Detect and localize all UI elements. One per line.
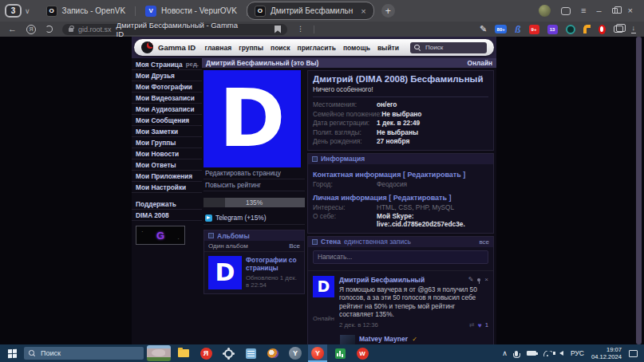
red-oval-extension-icon[interactable]	[599, 25, 606, 34]
taskbar-search-box[interactable]	[24, 347, 144, 360]
post-author-link[interactable]: Дмитрий Бесфамильный	[339, 276, 425, 284]
album-thumbnail[interactable]: D	[208, 256, 242, 289]
back-icon[interactable]: ←	[8, 25, 17, 33]
post-like-icon[interactable]: ♥	[478, 321, 482, 329]
tab-counter-button[interactable]: 3	[5, 4, 22, 18]
sidebar-item-groups[interactable]: Мои Группы	[132, 137, 202, 148]
sidebar-item-photos[interactable]: Мои Фотографии	[132, 81, 202, 92]
sidebar-item-apps[interactable]: Мои Приложения	[132, 171, 202, 182]
microphone-icon[interactable]	[515, 351, 518, 356]
close-window-icon[interactable]: ×	[628, 6, 633, 15]
contact-edit-link[interactable]: [ Редактировать ]	[403, 171, 465, 179]
language-indicator[interactable]: РУС	[571, 349, 584, 357]
minimize-icon[interactable]: –	[596, 6, 601, 15]
post-pin-icon[interactable]	[477, 278, 480, 281]
pen-extension-icon[interactable]: ✎	[480, 24, 487, 34]
address-bar[interactable]: gid.root.sx Дмитрий Бесфамильный - Gamma…	[62, 24, 287, 35]
page-scrollbar[interactable]	[636, 37, 642, 344]
nav-help[interactable]: помощь	[343, 44, 370, 52]
site-search-box[interactable]	[410, 42, 487, 53]
tab-close-icon[interactable]: ×	[361, 6, 365, 16]
new-tab-button[interactable]: +	[381, 4, 395, 18]
restore-window-icon[interactable]	[612, 8, 618, 14]
site-search-input[interactable]	[424, 43, 481, 52]
nav-logout[interactable]: выйти	[377, 44, 399, 52]
file-explorer-button[interactable]	[174, 344, 193, 362]
sidebar-item-settings[interactable]: Мои Настройки	[132, 182, 202, 193]
chat-icon[interactable]	[561, 7, 571, 15]
sidebar-item-support[interactable]: Поддержать	[132, 199, 202, 210]
yandex-services-icon[interactable]: Я	[26, 25, 36, 34]
browser-profile-avatar[interactable]	[539, 5, 551, 17]
post-date-link[interactable]: 2 дек. в 12:36	[339, 321, 378, 329]
sidebar-item-answers[interactable]: Мои Ответы	[132, 159, 202, 171]
beta-extension-icon[interactable]: ß	[515, 24, 520, 35]
post-author-avatar[interactable]: D	[313, 276, 334, 297]
profile-avatar[interactable]: D	[203, 70, 301, 167]
browser-button[interactable]: Y	[286, 344, 305, 362]
bookmark-icon[interactable]	[275, 26, 281, 33]
sidebar-edit-link[interactable]: ред.	[186, 61, 199, 68]
album-title-link[interactable]: Фотографии со страницы	[246, 256, 300, 273]
gamma-id-logo-icon[interactable]	[141, 41, 153, 53]
albums-title[interactable]: Альбомы	[217, 232, 250, 240]
nav-invite[interactable]: пригласить	[298, 44, 336, 52]
blue-badge-extension-icon[interactable]: 80+	[495, 25, 507, 33]
post-delete-icon[interactable]: ×	[484, 276, 488, 283]
wall-all-link[interactable]: все	[479, 238, 489, 246]
nav-groups[interactable]: группы	[239, 44, 263, 52]
sidebar-item-messages[interactable]: Мои Сообщения	[132, 115, 202, 126]
wifi-icon[interactable]	[543, 351, 552, 356]
tab-vepurovk[interactable]: V Новости - VepurOVK	[136, 0, 247, 22]
telegram-bonus-link[interactable]: Telegram (+15%)	[203, 213, 305, 225]
refresh-icon[interactable]	[45, 26, 53, 33]
chevron-down-icon[interactable]: ∨	[25, 7, 30, 15]
tray-expand-icon[interactable]: ∧	[502, 349, 508, 357]
information-title[interactable]: Информация	[321, 155, 365, 163]
albums-all-link[interactable]: Все	[289, 242, 300, 250]
edit-page-link[interactable]: Редактировать страницу	[203, 167, 305, 179]
post-edit-icon[interactable]: ✎	[468, 276, 474, 283]
tab-active-gamma-id[interactable]: O Дмитрий Бесфамильн ×	[247, 2, 373, 19]
paint-app-button[interactable]	[263, 344, 282, 362]
comment-author-avatar[interactable]	[340, 335, 355, 344]
yandex-app-button[interactable]: Я	[196, 344, 215, 362]
tab-openvk[interactable]: O Запись - OpenVK	[37, 0, 136, 22]
profile-status-text[interactable]: Ничего особенного!	[313, 85, 488, 93]
sidebar-item-news[interactable]: Мои Новости	[132, 148, 202, 159]
purple-badge-extension-icon[interactable]: 13	[547, 25, 558, 34]
notification-center-icon[interactable]	[629, 350, 638, 357]
sidebar-item-videos[interactable]: Мои Видеозаписи	[132, 92, 202, 104]
yandex-browser-active-button[interactable]: Y	[308, 344, 327, 362]
teal-extension-icon[interactable]	[566, 25, 575, 34]
sidebar-item-friends[interactable]: Мои Друзья	[132, 70, 202, 81]
album-item[interactable]: D Фотографии со страницы Обновлено 1 дек…	[204, 252, 304, 293]
post-repost-icon[interactable]: ⇄	[469, 321, 475, 329]
personal-edit-link[interactable]: [ Редактировать ]	[389, 194, 451, 202]
browser-menu-icon[interactable]: ≡	[581, 6, 586, 15]
collections-extension-icon[interactable]	[614, 26, 623, 33]
wall-title[interactable]: Стена	[321, 238, 341, 246]
taskbar-search-input[interactable]	[39, 348, 127, 358]
nav-home[interactable]: главная	[205, 44, 232, 52]
sidebar-item-my-page[interactable]: Моя Страница ред.	[132, 59, 202, 70]
site-brand[interactable]: Gamma ID	[158, 43, 196, 52]
sidebar-ad-banner[interactable]: G	[136, 226, 185, 245]
spreadsheet-app-button[interactable]	[330, 344, 350, 362]
start-button[interactable]	[3, 344, 21, 362]
downloads-icon[interactable]: ↓	[631, 25, 637, 33]
sidebar-item-notes[interactable]: Мои Заметки	[132, 126, 202, 137]
clock[interactable]: 19:07 04.12.2024	[591, 346, 622, 360]
battery-icon[interactable]	[527, 351, 536, 356]
toolbar-dots-icon[interactable]: ⋮	[297, 26, 304, 33]
comment-author-link[interactable]: Matvey Mayner	[359, 335, 408, 343]
raise-rating-link[interactable]: Повысить рейтинг	[203, 179, 305, 191]
notes-app-button[interactable]	[241, 344, 260, 362]
volume-icon[interactable]	[559, 351, 563, 356]
wall-compose-input[interactable]	[313, 250, 488, 264]
settings-button[interactable]	[219, 344, 238, 362]
orange-extension-icon[interactable]	[583, 25, 591, 33]
widgets-rhino-button[interactable]	[147, 345, 171, 361]
nav-search[interactable]: поиск	[271, 44, 290, 52]
wps-office-button[interactable]: W	[353, 344, 372, 362]
